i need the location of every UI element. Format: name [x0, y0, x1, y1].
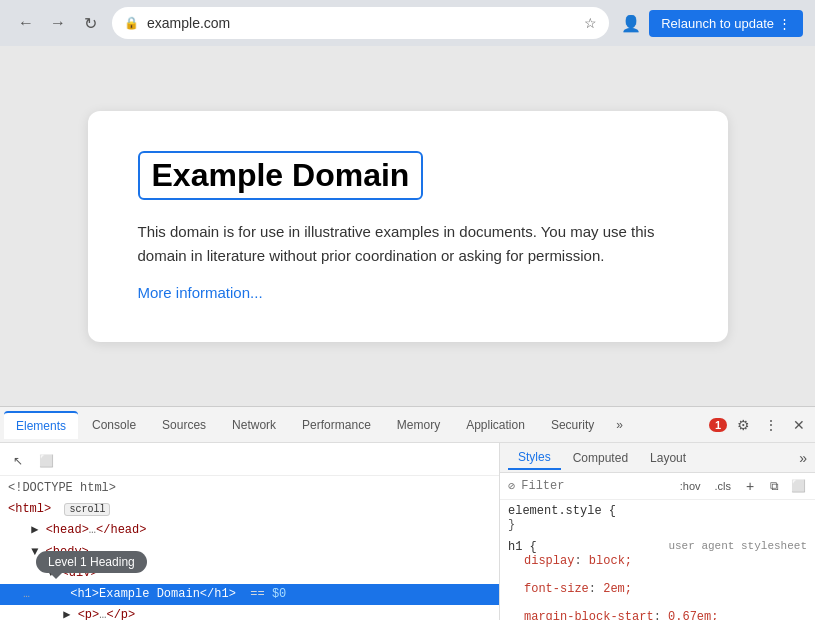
- reload-button[interactable]: ↻: [76, 9, 104, 37]
- devtools-right-icons: 1 ⚙ ⋮ ✕: [709, 413, 811, 437]
- devtools-panel: Elements Console Sources Network Perform…: [0, 406, 815, 620]
- relaunch-label: Relaunch to update: [661, 16, 774, 31]
- tab-elements[interactable]: Elements: [4, 411, 78, 439]
- element-style-rule: element.style { }: [508, 504, 807, 532]
- subtab-layout[interactable]: Layout: [640, 447, 696, 469]
- css-margin-block-start: margin-block-start: 0.67em;: [508, 610, 807, 620]
- h1-css-rule: h1 { user agent stylesheet display: bloc…: [508, 540, 807, 620]
- tab-performance[interactable]: Performance: [290, 412, 383, 438]
- html-open-line[interactable]: <html> scroll: [0, 499, 499, 520]
- elements-toolbar: ↖ ⬜: [0, 447, 499, 476]
- element-style-close: }: [508, 518, 515, 532]
- element-style-selector: element.style {: [508, 504, 616, 518]
- css-font-size: font-size: 2em;: [508, 582, 807, 596]
- device-toolbar-button[interactable]: ⬜: [34, 449, 58, 473]
- styles-panel: Styles Computed Layout » ⊘ :hov .cls + ⧉…: [500, 443, 815, 620]
- toolbar-right: 👤 Relaunch to update ⋮: [617, 9, 803, 37]
- h1-selector: h1 {: [508, 540, 537, 554]
- more-subtabs-button[interactable]: »: [799, 450, 807, 466]
- url-input[interactable]: [147, 15, 576, 31]
- tab-console[interactable]: Console: [80, 412, 148, 438]
- styles-filter-bar: ⊘ :hov .cls + ⧉ ⬜: [500, 473, 815, 500]
- webpage-link[interactable]: More information...: [138, 284, 263, 301]
- browser-content: Example Domain This domain is for use in…: [0, 46, 815, 406]
- tab-sources[interactable]: Sources: [150, 412, 218, 438]
- error-badge: 1: [709, 418, 727, 432]
- inspect-element-button[interactable]: ↖: [6, 449, 30, 473]
- address-bar[interactable]: 🔒 ☆: [112, 7, 609, 39]
- css-display: display: block;: [508, 554, 807, 568]
- tab-application[interactable]: Application: [454, 412, 537, 438]
- devtools-tabbar: Elements Console Sources Network Perform…: [0, 407, 815, 443]
- forward-button[interactable]: →: [44, 9, 72, 37]
- nav-buttons: ← → ↻: [12, 9, 104, 37]
- profile-button[interactable]: 👤: [617, 9, 645, 37]
- back-button[interactable]: ←: [12, 9, 40, 37]
- add-style-button[interactable]: +: [741, 477, 759, 495]
- current-line-marker: …: [23, 588, 30, 600]
- webpage-heading: Example Domain: [138, 151, 424, 200]
- more-tabs-button[interactable]: »: [610, 414, 629, 436]
- h1-source: user agent stylesheet: [668, 540, 807, 552]
- tooltip-bubble: Level 1 Heading: [36, 551, 147, 573]
- styles-content: element.style { } h1 { user agent styles…: [500, 500, 815, 620]
- toggle-element-state-button[interactable]: ⬜: [789, 477, 807, 495]
- webpage-paragraph: This domain is for use in illustrative e…: [138, 220, 678, 268]
- cls-filter-button[interactable]: .cls: [711, 479, 736, 493]
- styles-subtabs: Styles Computed Layout »: [500, 443, 815, 473]
- h1-line[interactable]: … <h1>Example Domain</h1> == $0: [0, 584, 499, 605]
- filter-icon: ⊘: [508, 479, 515, 494]
- devtools-more-button[interactable]: ⋮: [759, 413, 783, 437]
- devtools-close-button[interactable]: ✕: [787, 413, 811, 437]
- webpage-card: Example Domain This domain is for use in…: [88, 111, 728, 342]
- tab-security[interactable]: Security: [539, 412, 606, 438]
- hov-filter-button[interactable]: :hov: [676, 479, 705, 493]
- doctype-line: <!DOCTYPE html>: [0, 478, 499, 499]
- scroll-badge[interactable]: scroll: [64, 503, 110, 516]
- devtools-settings-button[interactable]: ⚙: [731, 413, 755, 437]
- lock-icon: 🔒: [124, 16, 139, 30]
- browser-toolbar: ← → ↻ 🔒 ☆ 👤 Relaunch to update ⋮: [0, 0, 815, 46]
- tab-memory[interactable]: Memory: [385, 412, 452, 438]
- subtab-styles[interactable]: Styles: [508, 446, 561, 470]
- subtab-computed[interactable]: Computed: [563, 447, 638, 469]
- relaunch-more-icon: ⋮: [778, 16, 791, 31]
- star-icon: ☆: [584, 15, 597, 31]
- tab-network[interactable]: Network: [220, 412, 288, 438]
- devtools-body: ↖ ⬜ <!DOCTYPE html> <html> scroll ▶ <hea…: [0, 443, 815, 620]
- relaunch-button[interactable]: Relaunch to update ⋮: [649, 10, 803, 37]
- styles-filter-input[interactable]: [521, 479, 669, 493]
- p1-line[interactable]: ▶ <p>…</p>: [0, 605, 499, 620]
- new-style-rule-button[interactable]: ⧉: [765, 477, 783, 495]
- head-line[interactable]: ▶ <head>…</head>: [0, 520, 499, 541]
- elements-panel[interactable]: ↖ ⬜ <!DOCTYPE html> <html> scroll ▶ <hea…: [0, 443, 500, 620]
